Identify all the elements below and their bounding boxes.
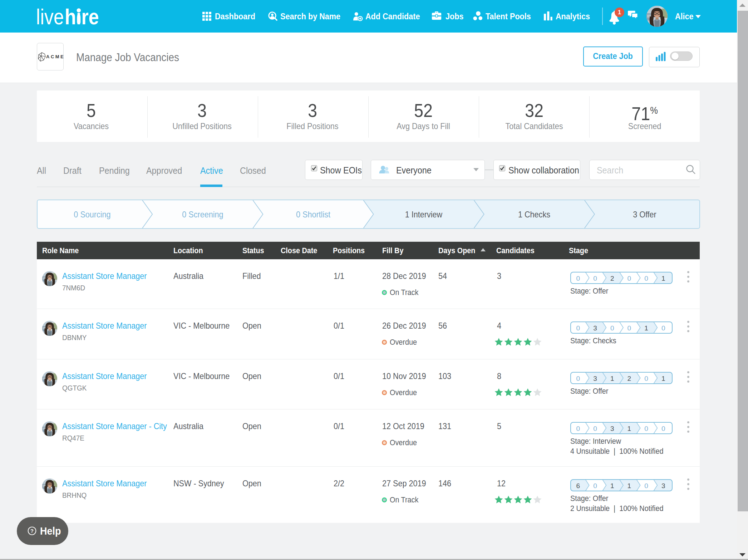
svg-text:1: 1 <box>644 324 648 332</box>
svg-text:1: 1 <box>661 275 665 282</box>
svg-text:3: 3 <box>593 324 597 332</box>
svg-text:?: ? <box>30 528 34 534</box>
svg-text:0: 0 <box>661 324 665 332</box>
svg-text:6: 6 <box>576 482 580 490</box>
svg-text:3: 3 <box>610 425 614 432</box>
svg-text:0: 0 <box>576 425 580 432</box>
svg-text:0: 0 <box>628 324 631 332</box>
svg-text:1: 1 <box>661 375 665 382</box>
svg-text:1: 1 <box>628 425 631 432</box>
svg-text:1: 1 <box>610 482 614 490</box>
svg-text:0: 0 <box>576 324 580 332</box>
svg-text:live: live <box>36 5 64 29</box>
svg-text:1: 1 <box>628 482 631 490</box>
svg-text:0: 0 <box>610 324 614 332</box>
svg-text:3: 3 <box>661 482 665 490</box>
svg-text:0: 0 <box>593 275 597 282</box>
svg-text:1: 1 <box>610 375 614 382</box>
svg-text:0: 0 <box>628 275 631 282</box>
svg-text:0: 0 <box>644 275 648 282</box>
svg-text:0: 0 <box>576 275 580 282</box>
svg-text:2: 2 <box>628 375 631 382</box>
svg-text:0: 0 <box>644 482 648 490</box>
svg-text:0: 0 <box>576 375 580 382</box>
svg-text:0: 0 <box>593 425 597 432</box>
svg-text:0: 0 <box>593 482 597 490</box>
svg-text:0: 0 <box>644 375 648 382</box>
svg-text:0: 0 <box>661 425 665 432</box>
svg-text:0: 0 <box>644 425 648 432</box>
svg-text:3: 3 <box>593 375 597 382</box>
svg-text:2: 2 <box>610 275 614 282</box>
svg-text:hıre: hıre <box>65 5 99 29</box>
